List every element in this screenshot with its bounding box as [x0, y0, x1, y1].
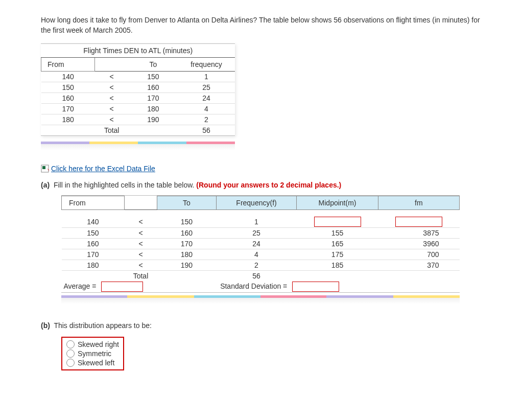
t2-col-from: From	[62, 196, 125, 210]
average-input[interactable]	[101, 282, 143, 292]
computation-table: From To Frequency(f) Midpoint(m) fm 140 …	[61, 195, 460, 293]
t1-r0-to: 150	[129, 72, 178, 82]
opt-symmetric: Symmetric	[78, 349, 111, 358]
t2-col-mid: Midpoint(m)	[297, 196, 378, 210]
table1-col-from: From	[41, 58, 95, 72]
table1-title: Flight Times DEN to ATL (minutes)	[41, 44, 235, 58]
t1-total-value: 56	[178, 125, 235, 136]
svg-rect-1	[42, 166, 45, 169]
radio-skewed-left[interactable]	[66, 359, 75, 367]
table1-col-freq: frequency	[178, 58, 235, 72]
lt-symbol: <	[95, 72, 129, 82]
t2-col-fm: fm	[378, 196, 459, 210]
opt-skewed-right: Skewed right	[78, 340, 119, 348]
radio-symmetric[interactable]	[66, 349, 75, 358]
distribution-radio-group: Skewed right Symmetric Skewed left	[61, 337, 124, 370]
t2-total-label: Total	[124, 271, 157, 282]
t2-col-freq: Frequency(f)	[216, 196, 297, 210]
t2-col-to: To	[157, 196, 217, 210]
fm-input-row0[interactable]	[395, 217, 442, 227]
t2-total-value: 56	[216, 271, 297, 282]
t1-total-label: Total	[95, 125, 129, 136]
part-b-label: (b)	[41, 321, 50, 330]
average-label: Average =	[64, 282, 97, 290]
part-b: (b) This distribution appears to be:	[41, 321, 482, 330]
stddev-label: Standard Deviation =	[220, 282, 287, 290]
t1-r0-from: 140	[41, 72, 95, 82]
part-a-note: (Round your answers to 2 decimal places.…	[196, 181, 341, 189]
part-a-label: (a)	[41, 181, 50, 189]
t1-r0-freq: 1	[178, 72, 235, 82]
midpoint-input-row0[interactable]	[314, 217, 361, 227]
table1-col-to: To	[129, 58, 178, 72]
part-b-text: This distribution appears to be:	[54, 321, 151, 330]
excel-icon: ↘	[41, 165, 49, 173]
part-a: (a) Fill in the highlighted cells in the…	[41, 181, 482, 189]
stddev-input[interactable]	[292, 282, 339, 292]
svg-text:↘: ↘	[47, 168, 49, 172]
question-intro: How long does it take to fly from Denver…	[41, 15, 482, 35]
radio-skewed-right[interactable]	[66, 340, 75, 348]
excel-data-link[interactable]: Click here for the Excel Data File	[51, 165, 155, 173]
flight-times-table: Flight Times DEN to ATL (minutes) From T…	[41, 43, 235, 136]
opt-skewed-left: Skewed left	[78, 359, 114, 367]
part-a-text: Fill in the highlighted cells in the tab…	[54, 181, 195, 189]
